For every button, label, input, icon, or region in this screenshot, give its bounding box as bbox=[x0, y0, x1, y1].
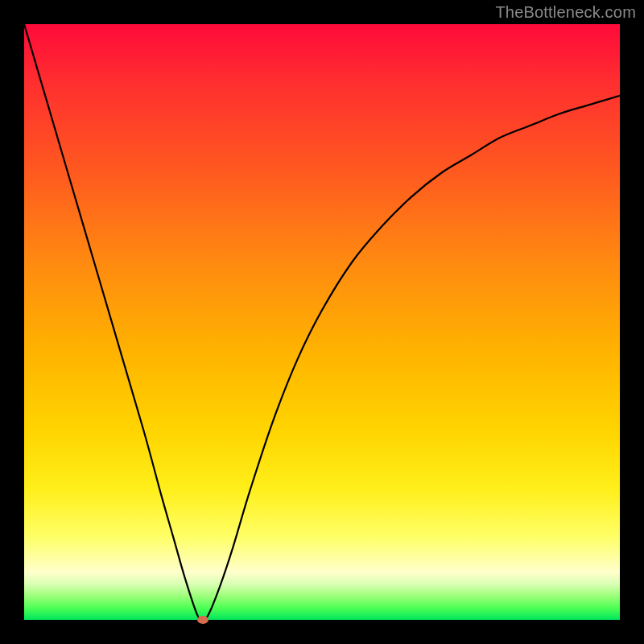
watermark-text: TheBottleneck.com bbox=[495, 3, 636, 22]
optimal-marker bbox=[197, 616, 208, 624]
curve-svg bbox=[24, 24, 620, 620]
plot-area bbox=[24, 24, 620, 620]
chart-frame: TheBottleneck.com bbox=[0, 0, 644, 644]
bottleneck-curve-path bbox=[24, 24, 620, 620]
